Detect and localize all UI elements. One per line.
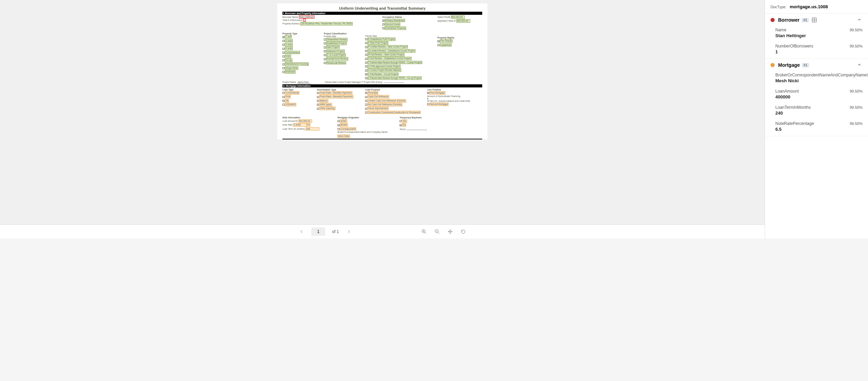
doctype-value: mortgage.us.1008 — [790, 4, 828, 9]
project-name-value: Alpha Park — [297, 81, 311, 84]
field-value: 240 — [775, 110, 862, 116]
property-address-value: 225 Bustleton Pike, Feasterville-Trevose… — [300, 22, 353, 25]
checkbox-icon — [324, 39, 326, 41]
checkbox-icon — [382, 27, 384, 29]
grid-icon[interactable] — [812, 17, 817, 23]
list-item: Established Project — [326, 42, 347, 45]
list-item: Balloon — [319, 99, 328, 103]
field-block[interactable]: Name99.50%Stan Hettinger — [765, 26, 868, 42]
list-item: Fixed-Rate—Monthly Payments — [319, 91, 352, 95]
list-item: Limited Cash-Out Refinance (Fannie) — [368, 99, 406, 103]
property-type-label: Property Type — [282, 32, 320, 35]
field-block[interactable]: LoanTermInMonths99.50%240 — [765, 104, 868, 120]
zoom-out-icon[interactable] — [434, 229, 440, 235]
list-item: Purchase — [368, 91, 378, 95]
checkbox-icon — [282, 63, 285, 65]
checkbox-icon — [365, 62, 367, 64]
checkbox-icon — [365, 100, 367, 102]
list-item: VA — [285, 99, 289, 103]
borrower-name-value: Stan Hettinger — [299, 15, 315, 19]
field-name: BrokerOrCorrespondentNameAndCompanyName — [775, 73, 867, 77]
checkbox-icon — [282, 104, 285, 106]
occ-investment: Investment Property — [385, 27, 406, 30]
list-item: Streamlined Review — [326, 38, 348, 41]
panel-header: DocType: mortgage.us.1008 — [765, 0, 868, 14]
entities-container: Borrower#1Name99.50%Stan HettingerNumber… — [765, 14, 868, 136]
property-rights-label: Property Rights — [437, 36, 468, 39]
pan-icon[interactable] — [447, 229, 453, 235]
checkbox-icon — [365, 104, 367, 106]
checkbox-icon — [365, 112, 367, 114]
zoom-in-icon[interactable] — [421, 229, 427, 235]
list-item: Seller — [340, 119, 347, 123]
sales-price-value: 800,000.00 — [451, 15, 465, 19]
checkbox-icon — [317, 104, 319, 106]
mo-list: SellerBrokerCorrespondent — [338, 119, 396, 130]
page-number-input[interactable] — [311, 227, 325, 236]
checkbox-icon — [282, 36, 285, 38]
field-name: LoanAmount — [775, 89, 799, 94]
svg-line-5 — [438, 232, 439, 234]
list-item: Detached Project — [326, 50, 345, 53]
doc-title: Uniform Underwriting and Transmittal Sum… — [282, 6, 482, 10]
checkbox-icon — [365, 38, 367, 40]
entity-title: Borrower — [778, 17, 799, 23]
list-item: E Established PUD Project — [368, 38, 395, 41]
lien-dollar: $ — [427, 97, 482, 100]
loan-type-list: ConventionalFHAVAUSDA/RD — [282, 91, 313, 107]
checkbox-icon — [365, 58, 367, 60]
checkbox-icon — [365, 70, 367, 72]
field-value: 1 — [775, 49, 862, 54]
field-block[interactable]: NumberOfBorrowers99.50%1 — [765, 42, 868, 59]
list-item: Conventional — [285, 91, 299, 95]
field-confidence: 99.50% — [867, 73, 868, 77]
field-block[interactable]: LoanAmount99.50%400000 — [765, 87, 868, 104]
field-name: LoanTermInMonths — [775, 105, 811, 110]
checkbox-icon — [282, 55, 285, 57]
rotate-icon[interactable] — [460, 229, 466, 235]
lien-first: First Mortgage — [430, 91, 445, 95]
checkbox-icon — [338, 128, 340, 130]
prev-page-button[interactable] — [298, 229, 304, 235]
entity-header[interactable]: Mortgage#1 — [765, 59, 868, 71]
property-address-label: Property Address — [282, 22, 300, 25]
loan-type-label: Loan Type — [282, 88, 313, 91]
field-confidence: 99.50% — [850, 105, 862, 109]
list-item: Fixed-Rate—Biweekly Payments — [319, 95, 353, 98]
entity-group: Borrower#1Name99.50%Stan HettingerNumber… — [765, 14, 868, 59]
property-type-list: 1 unit2 units3 units4 unitsCondominiumPU… — [282, 35, 320, 74]
list-item: ARM (type) — [319, 103, 332, 106]
section-3-header: III. Underwriting Information — [282, 139, 482, 139]
terms-label: Terms — [400, 128, 406, 130]
list-item: PUD — [285, 55, 291, 58]
amort-list: Fixed-Rate—Monthly PaymentsFixed-Rate—Bi… — [317, 91, 362, 110]
list-item: P Limited Review – New Condo Project — [368, 45, 408, 49]
field-block[interactable]: BrokerOrCorrespondentNameAndCompanyName9… — [765, 71, 868, 87]
loan-amount-value: 400,000.00 — [298, 119, 312, 123]
checkbox-icon — [365, 54, 367, 56]
loan-purpose-list: PurchaseCash-Out RefinanceLimited Cash-O… — [365, 91, 424, 114]
next-page-button[interactable] — [346, 229, 352, 235]
field-value: Stan Hettinger — [775, 33, 862, 38]
note-rate-label: Note Rate — [282, 124, 292, 126]
document-viewer: Uniform Underwriting and Transmittal Sum… — [0, 0, 765, 239]
field-value: 6.5 — [775, 127, 862, 132]
list-item: Co-op — [285, 59, 292, 62]
list-item: Reciprocal Review — [326, 61, 346, 65]
checkbox-icon — [400, 124, 402, 126]
field-block[interactable]: NoteRatePercentage99.50%6.5 — [765, 120, 868, 136]
list-item: 2 Fannie Mae Review through PERS – Co-op… — [368, 76, 422, 80]
list-item: U FHA-approved Condo Project — [368, 65, 401, 68]
checkbox-icon — [338, 124, 340, 126]
checkbox-icon — [437, 44, 440, 46]
checkbox-icon — [282, 44, 285, 46]
checkbox-icon — [382, 20, 384, 22]
chevron-up-icon[interactable] — [857, 17, 862, 23]
checkbox-icon — [365, 108, 367, 110]
checkbox-icon — [324, 62, 326, 64]
amort-label: Amortization Type — [317, 88, 362, 91]
checkbox-icon — [365, 96, 367, 98]
chevron-up-icon[interactable] — [857, 62, 862, 68]
entity-header[interactable]: Borrower#1 — [765, 14, 868, 26]
checkbox-icon — [324, 42, 326, 44]
